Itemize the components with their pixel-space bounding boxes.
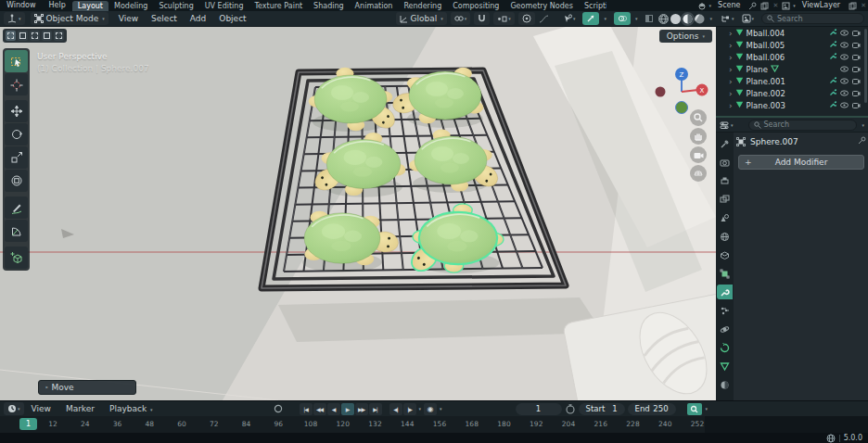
viewport-menu-select[interactable]: Select xyxy=(145,14,184,23)
expand-chevron-icon[interactable]: › xyxy=(729,101,733,110)
hide-viewport-icon[interactable] xyxy=(840,77,849,86)
expand-chevron-icon[interactable]: › xyxy=(729,41,733,50)
select-mode-set[interactable] xyxy=(6,31,16,41)
hide-viewport-icon[interactable] xyxy=(840,101,849,110)
properties-tab-render[interactable] xyxy=(717,155,733,170)
pivot-point-selector[interactable]: ▾ xyxy=(451,12,471,25)
overlays-toggle[interactable] xyxy=(614,12,631,25)
tool-cursor[interactable] xyxy=(5,73,28,95)
outliner-item-plane[interactable]: ›Plane xyxy=(716,63,868,75)
outliner-scrollbar[interactable] xyxy=(864,29,867,103)
menu-help[interactable]: Help xyxy=(43,0,72,11)
scene-selector[interactable]: Scene xyxy=(711,0,747,11)
hide-viewport-icon[interactable] xyxy=(840,65,849,74)
tool-select-box[interactable] xyxy=(5,50,28,72)
workspace-tab-uv-editing[interactable]: UV Editing xyxy=(199,1,249,11)
shading-wireframe-button[interactable] xyxy=(658,14,669,24)
tool-measure[interactable] xyxy=(5,220,28,242)
next-keyframe-button[interactable]: ▶▶ xyxy=(355,403,368,415)
tool-scale[interactable] xyxy=(5,146,28,169)
prev-keyframe-button[interactable]: ◀◀ xyxy=(313,403,326,415)
properties-tab-constraints[interactable] xyxy=(717,340,733,355)
remove-viewlayer-icon[interactable]: ✕ xyxy=(859,2,868,9)
keying-dropdown[interactable]: ▾ xyxy=(706,406,708,411)
camera-view-button[interactable] xyxy=(690,146,707,163)
expand-chevron-icon[interactable]: › xyxy=(729,53,733,62)
proportional-falloff-selector[interactable] xyxy=(535,12,553,25)
shading-rendered-button[interactable] xyxy=(695,14,705,24)
shading-dropdown[interactable]: ▾ xyxy=(709,16,712,21)
proportional-edit-toggle[interactable] xyxy=(518,12,535,25)
pan-button[interactable] xyxy=(690,128,707,145)
show-object-types-selector[interactable]: ▾ xyxy=(559,12,580,25)
outliner-display-mode[interactable]: ▾ xyxy=(716,12,738,25)
pin-id-icon[interactable] xyxy=(858,136,866,146)
viewport-menu-object[interactable]: Object xyxy=(212,14,252,23)
select-mode-subtract[interactable] xyxy=(30,31,40,41)
timeline-menu-view[interactable]: View xyxy=(24,404,58,413)
timeline-ruler[interactable]: 1224364860728496108120132144156168180192… xyxy=(0,416,868,433)
snap-toggle[interactable] xyxy=(474,12,490,25)
hide-viewport-icon[interactable] xyxy=(840,41,849,50)
add-modifier-button[interactable]: + Add Modifier xyxy=(738,155,864,170)
tool-rotate[interactable] xyxy=(5,123,28,146)
new-viewlayer-icon[interactable] xyxy=(849,2,857,10)
disable-render-icon[interactable] xyxy=(852,101,861,110)
expand-chevron-icon[interactable]: › xyxy=(729,29,733,38)
expand-chevron-icon[interactable]: › xyxy=(729,77,733,86)
outliner-item-mball.004[interactable]: ›Mball.004 xyxy=(716,27,868,39)
properties-tab-material[interactable] xyxy=(717,377,733,392)
properties-tab-particles[interactable] xyxy=(717,303,733,318)
properties-filter-dropdown[interactable]: ▾ xyxy=(862,122,864,128)
pin-icon[interactable] xyxy=(748,2,757,10)
tool-move[interactable] xyxy=(5,100,28,122)
select-mode-invert[interactable] xyxy=(42,31,52,41)
gizmos-toggle[interactable] xyxy=(582,12,599,25)
disable-render-icon[interactable] xyxy=(852,65,861,74)
current-frame-field[interactable]: 1 xyxy=(516,403,562,415)
workspace-tab-shading[interactable]: Shading xyxy=(308,1,350,11)
playback-sync-dropdown[interactable]: ▾ xyxy=(419,406,422,411)
properties-tab-output[interactable] xyxy=(717,173,733,188)
disable-render-icon[interactable] xyxy=(852,89,861,98)
workspace-tab-texture-paint[interactable]: Texture Paint xyxy=(249,1,308,11)
workspace-tab-layout[interactable]: Layout xyxy=(72,1,108,11)
shading-material-button[interactable] xyxy=(683,14,693,24)
tool-annotate[interactable] xyxy=(5,196,28,219)
properties-tab-scene[interactable] xyxy=(717,210,733,225)
expand-chevron-icon[interactable]: › xyxy=(729,89,733,98)
timeline-menu-playback[interactable]: Playback ▾ xyxy=(102,404,160,413)
outliner-search-input[interactable]: Search xyxy=(761,13,864,24)
outliner-item-mball.005[interactable]: ›Mball.005 xyxy=(716,39,868,51)
auto-key-dropdown[interactable]: ▾ xyxy=(440,406,442,411)
shading-solid-button[interactable] xyxy=(670,14,681,24)
properties-tab-tool[interactable] xyxy=(717,136,733,151)
new-scene-icon[interactable] xyxy=(760,2,769,10)
viewport-3d[interactable]: Options▾ User Perspective (1) Collection… xyxy=(0,27,716,400)
properties-search-input[interactable]: Search xyxy=(748,120,858,131)
workspace-tab-geometry-nodes[interactable]: Geometry Nodes xyxy=(504,1,578,11)
hide-viewport-icon[interactable] xyxy=(840,29,849,38)
outliner-item-mball.006[interactable]: ›Mball.006 xyxy=(716,51,868,63)
disable-render-icon[interactable] xyxy=(852,29,861,38)
select-mode-intersect[interactable] xyxy=(54,31,64,41)
options-dropdown[interactable]: Options▾ xyxy=(659,30,712,43)
navigation-gizmo[interactable]: Z X xyxy=(644,64,716,120)
workspace-tab-modeling[interactable]: Modeling xyxy=(108,1,153,11)
disable-render-icon[interactable] xyxy=(852,41,861,50)
tool-add-cube[interactable] xyxy=(5,247,28,269)
workspace-tab-scripting[interactable]: Scripting xyxy=(579,1,606,11)
start-frame-field[interactable]: Start1 xyxy=(579,403,625,415)
operator-panel-move[interactable]: ▾ Move xyxy=(38,380,136,395)
ortho-toggle-button[interactable] xyxy=(690,165,707,182)
xray-toggle[interactable] xyxy=(641,12,657,25)
scene-canvas[interactable] xyxy=(0,27,716,400)
outliner-filter-button[interactable]: ▾ xyxy=(738,12,759,25)
tool-transform[interactable] xyxy=(5,170,28,192)
properties-tab-data[interactable] xyxy=(717,359,733,373)
select-mode-extend[interactable] xyxy=(18,31,28,41)
auto-key-button[interactable]: ◉ xyxy=(424,403,437,415)
properties-tab-modifiers[interactable] xyxy=(717,285,733,299)
end-frame-field[interactable]: End250 xyxy=(628,403,676,415)
disable-render-icon[interactable] xyxy=(852,53,861,62)
